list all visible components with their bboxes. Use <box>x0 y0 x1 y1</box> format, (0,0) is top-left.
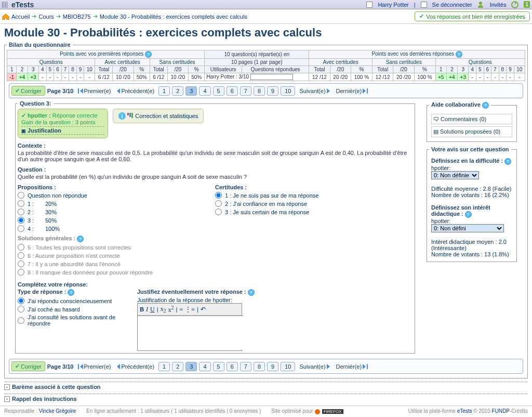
type-3[interactable] <box>18 317 24 324</box>
prop-label: 100% <box>45 226 60 232</box>
question-header: Question : <box>18 166 413 173</box>
firefox-badge: FIREFOX <box>322 409 343 414</box>
justify-textarea[interactable] <box>138 316 244 349</box>
prop-3[interactable] <box>18 217 24 224</box>
comments-button[interactable]: 🗨 Commentaires (0) <box>431 114 512 124</box>
stats-button[interactable]: i Correction et statistiques <box>113 109 204 123</box>
sol-5[interactable] <box>18 244 24 251</box>
help-icon[interactable]: ? <box>504 158 511 165</box>
arrow-icon: ➔ <box>56 13 61 20</box>
rappel-toggle[interactable]: - Rappel des instructions <box>4 394 528 403</box>
next-button[interactable]: Suivant(e) <box>297 87 331 95</box>
help-icon[interactable]: ? <box>456 51 462 58</box>
etests-link[interactable]: eTests <box>457 408 472 414</box>
first-button[interactable]: Premier(e) <box>76 87 113 95</box>
cert-2[interactable] <box>215 200 222 207</box>
last-button[interactable]: Dernièr(e) <box>334 87 370 95</box>
type-2[interactable] <box>18 306 24 312</box>
sup-button[interactable]: x2 <box>168 305 174 314</box>
last-button[interactable]: Dernièr(e) <box>334 362 370 371</box>
refresh-icon[interactable] <box>511 1 518 8</box>
page-1[interactable]: 1 <box>158 362 170 371</box>
ul-button[interactable]: ⋮≡ <box>185 306 195 314</box>
page-7[interactable]: 7 <box>240 86 251 96</box>
page-10[interactable]: 10 <box>281 86 295 96</box>
breadcrumb-item[interactable]: Module 30 - Probabilités : exercices com… <box>100 14 247 20</box>
menu-icon[interactable] <box>2 2 9 8</box>
page-3[interactable]: 3 <box>185 86 197 96</box>
sol-6[interactable] <box>18 252 24 259</box>
bareme-toggle[interactable]: - Barème associé à cette question <box>4 382 528 392</box>
page-4[interactable]: 4 <box>199 362 210 371</box>
bilan-legend: Bilan du questionnaire <box>7 42 73 48</box>
page-6[interactable]: 6 <box>227 86 238 96</box>
firefox-icon <box>314 409 321 415</box>
prop-2[interactable] <box>18 208 24 215</box>
fundp-link[interactable]: FUNDP <box>492 408 510 414</box>
difficulty-select[interactable]: 0: Non définie <box>431 171 479 179</box>
help-icon[interactable]: ? <box>68 289 74 296</box>
without-cert: Sans certitudes <box>150 59 205 66</box>
page-indicator: Page 3/10 <box>47 363 74 370</box>
prop-1[interactable] <box>18 200 24 207</box>
prop-4[interactable] <box>18 225 24 232</box>
help-icon[interactable]: ? <box>77 236 84 242</box>
feedback-box: ✔ hpotter : Réponse correcte Gain de la … <box>18 109 108 138</box>
guests-link[interactable]: Invités <box>490 2 507 8</box>
interest-select[interactable]: 0: Non défini <box>431 224 504 232</box>
prev-button[interactable]: Précédent(e) <box>115 87 156 95</box>
prop-unanswered[interactable] <box>18 192 24 199</box>
ol-button[interactable]: ≡ <box>179 306 183 314</box>
prop-label: Question non répondue <box>28 192 87 199</box>
page-9[interactable]: 9 <box>267 86 278 96</box>
next-button[interactable]: Suivant(e) <box>297 362 331 371</box>
q-header: Questions <box>435 59 525 66</box>
breadcrumb-home[interactable]: Accueil <box>11 14 30 20</box>
bilan-fieldset: Bilan du questionnaire Points avec vos p… <box>4 42 528 379</box>
last-resp-header: Points avec vos dernières réponses <box>372 51 454 57</box>
help-icon[interactable]: ? <box>482 102 489 109</box>
page-8[interactable]: 8 <box>254 362 265 371</box>
collapse-icon: - <box>4 384 10 390</box>
correct-button[interactable]: ✔Corriger <box>11 86 45 96</box>
page-4[interactable]: 4 <box>199 86 210 96</box>
user-name[interactable]: Harry Potter <box>378 2 408 8</box>
help-icon[interactable]: ? <box>248 289 255 296</box>
page-5[interactable]: 5 <box>213 86 224 96</box>
undo-button[interactable]: ↶ <box>201 306 206 314</box>
type-1[interactable] <box>18 297 24 304</box>
correct-button[interactable]: ✔Corriger <box>11 361 45 371</box>
page-10[interactable]: 10 <box>281 362 295 371</box>
help-icon[interactable]: ? <box>145 51 152 58</box>
page-1[interactable]: 1 <box>158 86 170 96</box>
breadcrumb-item[interactable]: Cours <box>38 14 54 20</box>
diff-voters: Nombre de votants : 16 (2.2%) <box>431 192 509 198</box>
underline-button[interactable]: U <box>150 306 155 314</box>
prev-button[interactable]: Précédent(e) <box>115 362 156 371</box>
page-7[interactable]: 7 <box>240 362 251 371</box>
sol-label: 6 : Aucune proposition n'est correcte <box>28 253 120 259</box>
home-icon[interactable] <box>2 14 9 20</box>
page-9[interactable]: 9 <box>267 362 278 371</box>
page-2[interactable]: 2 <box>172 362 183 371</box>
page-8[interactable]: 8 <box>254 86 265 96</box>
page-2[interactable]: 2 <box>172 86 183 96</box>
bold-button[interactable]: B <box>140 306 144 314</box>
breadcrumb-item[interactable]: MBIOB275 <box>63 14 91 20</box>
page-3[interactable]: 3 <box>185 362 197 371</box>
first-resp-header: Points avec vos premières réponses <box>60 51 143 57</box>
type-label: J'ai répondu consciencieusement <box>28 298 112 304</box>
solutions-button[interactable]: ▤ Solutions proposées (0) <box>431 126 512 137</box>
italic-button[interactable]: I <box>146 306 148 314</box>
sub-button[interactable]: x2 <box>161 305 166 314</box>
sol-7[interactable] <box>18 260 24 267</box>
page-6[interactable]: 6 <box>227 362 238 371</box>
page-5[interactable]: 5 <box>213 362 224 371</box>
help-icon[interactable]: ? <box>465 211 472 218</box>
first-button[interactable]: Premier(e) <box>76 362 113 371</box>
logout-link[interactable]: Se déconnecter <box>432 2 472 8</box>
cert-1[interactable] <box>215 192 222 199</box>
sol-8[interactable] <box>18 269 24 276</box>
responsible-link[interactable]: Vincke Grégoire <box>39 408 76 414</box>
cert-3[interactable] <box>215 208 222 215</box>
